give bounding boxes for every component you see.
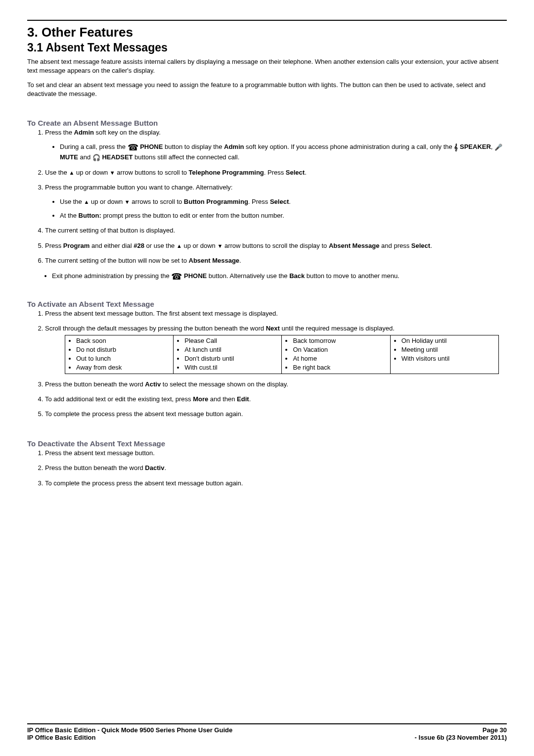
label-phone: PHONE	[182, 272, 207, 280]
activate-step-3: Press the button beneath the word Activ …	[45, 380, 507, 389]
label-next: Next	[266, 325, 280, 332]
text: .	[289, 198, 291, 205]
msg: Back soon	[76, 336, 170, 345]
create-step-3: Press the programmable button you want t…	[45, 183, 507, 220]
label-more: More	[193, 395, 208, 403]
text: or use the	[144, 242, 177, 249]
deactivate-step-3: To complete the process press the absent…	[45, 479, 507, 488]
text: button to display the	[163, 143, 224, 150]
msg: With cust.til	[184, 363, 278, 372]
text: .	[249, 395, 251, 403]
down-arrow-icon	[110, 169, 115, 176]
up-arrow-icon	[177, 242, 182, 249]
phone-icon: ☎	[171, 272, 182, 281]
label-dactiv: Dactiv	[145, 464, 164, 472]
label-speaker: SPEAKER	[458, 143, 490, 150]
heading-activate: To Activate an Absent Text Message	[27, 300, 507, 308]
text: At the	[60, 212, 79, 219]
text: .	[305, 169, 307, 176]
msg: At home	[293, 354, 387, 363]
footer-page: Page 30	[415, 726, 507, 734]
msg: Away from desk	[76, 363, 170, 372]
text: Scroll through the default messages by p…	[45, 325, 266, 332]
label-edit: Edit	[237, 395, 249, 403]
create-step3-bullet1: Use the up or down arrows to scroll to B…	[60, 197, 507, 207]
heading-deactivate: To Deactivate the Absent Text Message	[27, 439, 507, 448]
msg: Meeting until	[401, 345, 495, 354]
label-select: Select	[286, 169, 305, 176]
text: Use the	[60, 198, 84, 205]
text: arrow buttons to scroll the display to	[222, 242, 329, 249]
text: soft key option. If you access phone adm…	[244, 143, 454, 150]
label-select: Select	[270, 198, 289, 205]
text: to select the message shown on the displ…	[161, 380, 288, 388]
text: Press the programmable button you want t…	[45, 184, 232, 191]
label-admin: Admin	[74, 129, 94, 136]
text: arrow buttons to scroll to	[115, 169, 189, 176]
text: The current setting of the button will n…	[45, 257, 189, 264]
text: To add additional text or edit the exist…	[45, 395, 193, 403]
msg: Out to lunch	[76, 354, 170, 363]
text: .	[430, 242, 432, 249]
create-step-1: Press the Admin soft key on the display.…	[45, 128, 507, 162]
text: buttons still affect the connected call.	[133, 153, 240, 161]
text: Exit phone administration by pressing th…	[52, 272, 171, 280]
create-step-2: Use the up or down arrow buttons to scro…	[45, 168, 507, 177]
label-button: Button:	[79, 212, 101, 219]
top-rule	[27, 20, 507, 21]
label-headset: HEADSET	[100, 153, 133, 161]
text: Press the	[45, 129, 74, 136]
label-tel-prog: Telephone Programming	[189, 169, 264, 176]
msg: Back tomorrow	[293, 336, 387, 345]
up-arrow-icon	[84, 198, 89, 205]
text: and either dial	[89, 242, 134, 249]
create-exit-bullet: Exit phone administration by pressing th…	[52, 271, 507, 281]
intro-p1: The absent text message feature assists …	[27, 57, 507, 75]
label-code: #28	[134, 242, 144, 249]
msg: At lunch until	[184, 345, 278, 354]
activate-step-5: To complete the process press the absent…	[45, 410, 507, 419]
deactivate-step-2: Press the button beneath the word Dactiv…	[45, 464, 507, 472]
heading-create: To Create an Absent Message Button	[27, 119, 507, 127]
intro-p2: To set and clear an absent text message …	[27, 81, 507, 98]
text: . Press	[264, 169, 286, 176]
label-absent-msg: Absent Message	[189, 257, 240, 264]
mute-icon: 🎤	[494, 142, 502, 152]
footer-subtitle: IP Office Basic Edition	[27, 734, 232, 741]
label-activ: Activ	[145, 380, 161, 388]
label-admin: Admin	[224, 143, 244, 150]
text: arrows to scroll to	[130, 198, 184, 205]
phone-icon: ☎	[128, 143, 138, 152]
section-deactivate: To Deactivate the Absent Text Message Pr…	[27, 439, 507, 494]
text: ,	[491, 143, 494, 150]
create-step-6: The current setting of the button will n…	[45, 256, 507, 265]
label-btn-prog: Button Programming	[184, 198, 248, 205]
heading-2: 3.1 Absent Text Messages	[27, 41, 507, 54]
text: up or down	[89, 198, 125, 205]
text: until the required message is displayed.	[280, 325, 395, 332]
text: .	[164, 464, 166, 472]
up-arrow-icon	[69, 169, 74, 176]
msg: Don't disturb until	[184, 354, 278, 363]
create-step3-bullet2: At the Button: prompt press the button t…	[60, 211, 507, 221]
headset-icon: 🎧	[92, 153, 100, 163]
text: button. Alternatively use the	[207, 272, 289, 280]
label-absent-msg: Absent Message	[329, 242, 380, 249]
down-arrow-icon	[125, 198, 130, 205]
text: During a call, press the	[60, 143, 128, 150]
activate-step-4: To add additional text or edit the exist…	[45, 395, 507, 404]
activate-step-1: Press the absent text message button. Th…	[45, 309, 507, 318]
section-create: To Create an Absent Message Button Press…	[27, 119, 507, 284]
msg: On Holiday until	[401, 336, 495, 345]
text: soft key on the display.	[94, 129, 161, 136]
text: .	[239, 257, 241, 264]
text: and	[78, 153, 92, 161]
label-back: Back	[289, 272, 305, 280]
create-step-5: Press Program and either dial #28 or use…	[45, 241, 507, 250]
text: and press	[380, 242, 411, 249]
activate-step-2: Scroll through the default messages by p…	[45, 324, 507, 374]
text: Press the button beneath the word	[45, 380, 145, 388]
text: Press	[45, 242, 63, 249]
messages-table: Back soon Do not disturb Out to lunch Aw…	[65, 335, 499, 374]
create-step-4: The current setting of that button is di…	[45, 226, 507, 235]
